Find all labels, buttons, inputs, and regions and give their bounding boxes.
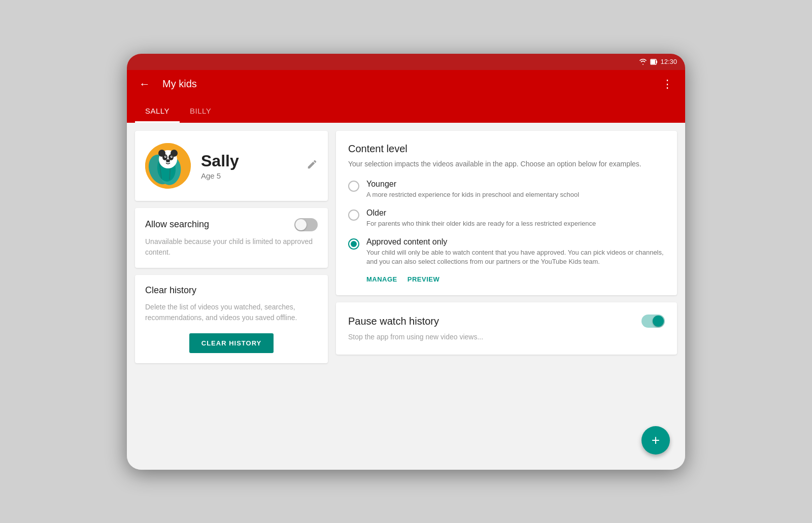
tablet-frame: 12:30 ← My kids ⋮ Sally Billy [127, 54, 685, 470]
clear-history-title: Clear history [145, 285, 318, 296]
allow-searching-title: Allow searching [145, 219, 209, 230]
pause-watch-toggle[interactable] [641, 315, 665, 328]
tab-billy[interactable]: Billy [180, 100, 221, 123]
status-icons: 12:30 [639, 58, 677, 65]
status-bar: 12:30 [127, 54, 685, 70]
more-options-button[interactable]: ⋮ [658, 76, 677, 93]
status-time: 12:30 [660, 58, 677, 65]
option-older[interactable]: Older For parents who think their older … [348, 208, 665, 228]
allow-searching-description: Unavailable because your child is limite… [145, 236, 318, 258]
option-younger-label: Younger [366, 180, 579, 189]
svg-point-16 [165, 156, 166, 157]
app-title: My kids [162, 78, 650, 90]
content-level-actions: MANAGE PREVIEW [348, 275, 665, 283]
radio-older [348, 210, 359, 221]
option-approved-desc: Your child will only be able to watch co… [366, 248, 665, 266]
pause-watch-description: Stop the app from using new video views.… [348, 332, 665, 342]
fab-add-button[interactable]: + [641, 426, 670, 455]
pause-watch-title: Pause watch history [348, 316, 439, 327]
pause-watch-header: Pause watch history [348, 315, 665, 328]
allow-searching-header: Allow searching [145, 218, 318, 231]
clear-history-button[interactable]: CLEAR HISTORY [189, 333, 274, 353]
allow-searching-toggle[interactable] [294, 218, 318, 231]
option-younger-desc: A more restricted experience for kids in… [366, 190, 579, 199]
profile-info: Sally Age 5 [201, 152, 296, 180]
svg-point-17 [172, 156, 173, 157]
back-button[interactable]: ← [135, 76, 154, 93]
manage-link[interactable]: MANAGE [366, 275, 397, 283]
right-column: Content level Your selection impacts the… [336, 131, 677, 462]
svg-rect-2 [651, 60, 655, 64]
clear-history-description: Delete the list of videos you watched, s… [145, 302, 318, 323]
option-younger[interactable]: Younger A more restricted experience for… [348, 180, 665, 199]
wifi-icon [639, 59, 647, 65]
profile-age: Age 5 [201, 171, 296, 180]
option-younger-text: Younger A more restricted experience for… [366, 180, 579, 199]
pencil-icon [307, 159, 318, 170]
option-approved-label: Approved content only [366, 237, 665, 247]
panda-avatar-image [145, 143, 191, 189]
content-level-description: Your selection impacts the videos availa… [348, 159, 665, 169]
svg-rect-1 [656, 60, 657, 63]
avatar [145, 143, 191, 189]
option-approved-text: Approved content only Your child will on… [366, 237, 665, 266]
edit-profile-icon[interactable] [307, 159, 318, 172]
svg-point-18 [166, 159, 170, 162]
radio-approved [348, 238, 359, 250]
app-bar: ← My kids ⋮ [127, 70, 685, 98]
main-content: Sally Age 5 Allow searching Unavailable … [127, 123, 685, 470]
preview-link[interactable]: PREVIEW [408, 275, 439, 283]
profile-card: Sally Age 5 [135, 131, 328, 201]
tab-sally[interactable]: Sally [135, 100, 180, 123]
option-older-label: Older [366, 208, 596, 218]
allow-searching-card: Allow searching Unavailable because your… [135, 208, 328, 268]
clear-history-card: Clear history Delete the list of videos … [135, 275, 328, 363]
left-column: Sally Age 5 Allow searching Unavailable … [135, 131, 328, 462]
option-approved[interactable]: Approved content only Your child will on… [348, 237, 665, 266]
tabs-bar: Sally Billy [127, 98, 685, 123]
option-older-text: Older For parents who think their older … [366, 208, 596, 228]
content-level-title: Content level [348, 143, 665, 155]
battery-icon [650, 58, 657, 65]
pause-watch-history-card: Pause watch history Stop the app from us… [336, 302, 677, 355]
content-level-card: Content level Your selection impacts the… [336, 131, 677, 296]
option-older-desc: For parents who think their older kids a… [366, 219, 596, 228]
radio-younger [348, 181, 359, 192]
profile-name: Sally [201, 152, 296, 170]
